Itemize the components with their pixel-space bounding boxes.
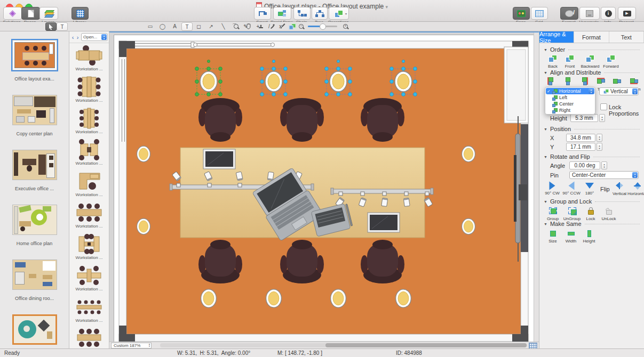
x-stepper[interactable]: ▲▼ (597, 134, 602, 142)
line-tool[interactable]: ╲ (218, 22, 228, 30)
library-button[interactable] (71, 7, 89, 20)
angle-field[interactable]: 0.00 deg (569, 161, 600, 169)
library-item-workstation-6[interactable]: Workstation ... (69, 201, 109, 232)
hypernote-button[interactable]: oo (579, 7, 600, 20)
collapse-icon[interactable]: ▼ (544, 48, 547, 52)
eyedropper-tool[interactable] (267, 22, 277, 30)
zoom-out-button[interactable]: − (296, 22, 306, 30)
stamp-tool[interactable] (256, 22, 266, 30)
library-item-workstation-7[interactable]: Workstation ... (69, 233, 109, 263)
ungroup-button[interactable]: UnGroup (562, 207, 582, 221)
ellipse-tool[interactable]: ◯ (157, 22, 168, 30)
library-item-workstation-3[interactable]: Workstation ... (69, 107, 109, 137)
library-item-workstation-5[interactable]: Workstation ... (69, 170, 109, 200)
menu-item-center[interactable]: Center (546, 101, 594, 107)
vertical-select-stepper[interactable]: ▲▼ (632, 88, 638, 94)
horizontal-scrollbar-thumb[interactable] (325, 343, 527, 347)
vertical-scrollbar[interactable] (534, 33, 539, 342)
pin-select[interactable]: Center-Center ▲▼ (569, 171, 639, 179)
drawing-page[interactable] (114, 35, 536, 344)
rectangle-tool[interactable]: ▭ (145, 22, 155, 30)
canvas-area[interactable]: Custom 187% ▲▼ (109, 31, 539, 349)
text-frame-tool[interactable]: T (57, 22, 68, 31)
height-stepper[interactable]: ▲▼ (599, 114, 605, 122)
zoom-level-select[interactable]: Custom 187% ▲▼ (111, 343, 152, 348)
pan-tool[interactable] (243, 22, 253, 30)
library-select[interactable]: Open... ▲▼ (81, 33, 108, 41)
comment-tool[interactable]: ◻ (194, 22, 204, 30)
info-button[interactable]: i (601, 7, 616, 20)
library-item-workstation-4[interactable]: Workstation ... (69, 139, 109, 169)
make-same-size-button[interactable]: Size (544, 230, 562, 244)
library-select-stepper[interactable]: ▲▼ (101, 34, 107, 40)
make-same-height-button[interactable]: Height (580, 230, 598, 244)
order-forward-button[interactable]: Forward (600, 55, 622, 69)
angle-stepper[interactable]: ▲▼ (601, 161, 607, 169)
library-item-workstation-9[interactable]: Workstation ... (69, 296, 109, 326)
page-thumb-office-dining[interactable]: Office dining roo... (0, 259, 69, 314)
group-button[interactable]: Group (544, 207, 562, 221)
smart-button[interactable] (254, 7, 271, 20)
grid-button[interactable] (531, 7, 548, 20)
rapid-draw-button[interactable] (273, 7, 291, 20)
ceiling-light-bottom-2[interactable] (266, 289, 282, 307)
y-field[interactable]: 17.1 mm (566, 143, 595, 151)
pages-button[interactable] (21, 7, 40, 20)
solutions-button[interactable] (3, 7, 22, 20)
ceiling-light-bottom-1[interactable] (201, 289, 217, 307)
library-item-workstation-1[interactable]: Workstation ... (69, 44, 109, 75)
zoom-tool[interactable] (231, 22, 241, 30)
pointer-tool[interactable] (45, 22, 57, 31)
format-button[interactable] (560, 7, 578, 20)
zoom-stepper[interactable]: ▲▼ (148, 343, 150, 347)
tab-format[interactable]: Format (574, 31, 609, 43)
make-same-width-button[interactable]: Width (562, 230, 580, 244)
x-field[interactable]: 34.8 mm (566, 134, 595, 142)
whiteboard[interactable] (504, 47, 528, 123)
page-thumb-home-office[interactable]: Home office plan (0, 205, 69, 259)
proxy-caret-icon[interactable]: ▾ (386, 4, 388, 10)
page-thumb-office-layout[interactable]: Office layout exa... (0, 40, 69, 95)
library-item-workstation-2[interactable]: Workstation ... (69, 76, 109, 106)
rotate-180-button[interactable]: 180° (582, 183, 597, 196)
chain-button[interactable] (293, 7, 311, 20)
tree-button[interactable] (312, 7, 328, 20)
zoom-in-button[interactable]: + (340, 22, 351, 30)
tab-arrange-size[interactable]: Arrange & Size (539, 31, 574, 43)
connector-tool[interactable]: ↗ (206, 22, 216, 30)
menu-stepper[interactable]: ▲▼ (589, 88, 594, 94)
horizontal-scrollbar[interactable] (160, 343, 527, 347)
library-item-workstation-8[interactable]: Workstation ... (69, 264, 109, 295)
pin-select-stepper[interactable]: ▲▼ (632, 172, 638, 178)
ceiling-light-right-2[interactable] (462, 218, 475, 234)
brush-tool[interactable] (277, 22, 288, 30)
collapse-icon[interactable]: ▼ (544, 71, 547, 75)
menu-item-left[interactable]: Left (546, 94, 594, 101)
order-back-button[interactable]: Back (544, 55, 562, 69)
rotate-90ccw-button[interactable]: 90° CCW (562, 183, 581, 196)
library-forward-button[interactable]: › (75, 34, 80, 40)
collapse-icon[interactable]: ▼ (544, 222, 547, 226)
page-thumb-copy-center[interactable]: Copy center plan (0, 95, 69, 150)
monitor-1[interactable] (203, 149, 235, 169)
menu-item-horizontal[interactable]: ✓ Horizontal ▲▼ (546, 88, 594, 94)
layers-button[interactable] (39, 7, 58, 20)
distribute-vertical-select[interactable]: Vertical ▲▼ (599, 87, 639, 95)
collapse-icon[interactable]: ▼ (544, 155, 547, 159)
ceiling-light-right-1[interactable] (462, 146, 475, 162)
lock-button[interactable]: Lock (583, 207, 598, 221)
library-back-button[interactable]: ‹ (70, 34, 75, 40)
present-button[interactable]: ▶ (618, 7, 636, 20)
menu-item-right[interactable]: Right (546, 107, 594, 113)
operations-button[interactable]: ▾ (329, 7, 349, 20)
order-front-button[interactable]: Front (561, 55, 579, 69)
ceiling-light-bottom-4[interactable] (396, 289, 411, 307)
collapse-icon[interactable]: ▼ (544, 200, 547, 204)
monitor-2[interactable] (368, 213, 400, 232)
order-backward-button[interactable]: Backward (579, 55, 601, 69)
ceiling-light-left-1[interactable] (137, 146, 150, 162)
y-stepper[interactable]: ▲▼ (597, 143, 602, 151)
flip-horizontal-button[interactable]: Horizontal (626, 183, 644, 196)
lock-proportions-checkbox[interactable] (600, 103, 607, 110)
ceiling-light-left-2[interactable] (137, 218, 150, 234)
